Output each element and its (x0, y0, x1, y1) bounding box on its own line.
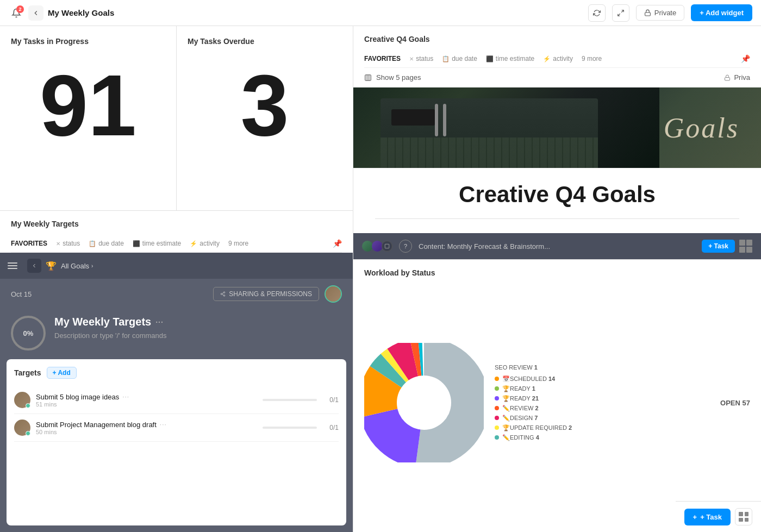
target-options-1[interactable]: ··· (122, 393, 129, 400)
q4-filter-due-date[interactable]: 📋due date (442, 55, 477, 62)
sharing-permissions-button[interactable]: SHARING & PERMISSIONS (213, 287, 319, 301)
legend-row-design: ✏️DESIGN 7 (495, 415, 709, 422)
target-avatar-1 (14, 392, 30, 408)
target-avatar-2 (14, 420, 30, 436)
grid-dot-1 (739, 512, 743, 516)
legend-scheduled: 📅SCHEDULED 14 (502, 375, 555, 383)
legend-row-scheduled: 📅SCHEDULED 14 (495, 375, 709, 383)
goals-inner-panel: 🏆 All Goals › Oct 15 SHARING & PERMISSIO… (0, 253, 353, 532)
legend-ready21: 🏆READY 21 (502, 395, 539, 402)
refresh-button[interactable] (588, 4, 606, 22)
legend-dot-update (495, 425, 499, 430)
grid-view-button[interactable] (739, 240, 752, 253)
trophy-icon: 🏆 (46, 261, 57, 271)
goal-options-button[interactable]: ··· (155, 318, 164, 327)
add-target-button[interactable]: + Add (47, 367, 77, 379)
forecast-help-button[interactable]: ? (399, 240, 412, 253)
target-name-2: Submit Project Management blog draft ··· (36, 421, 257, 429)
goals-name: My Weekly Targets ··· (54, 316, 342, 328)
q4-filter-activity[interactable]: ⚡activity (543, 55, 573, 62)
chevron-right-icon: › (91, 263, 93, 269)
goals-back-button[interactable] (27, 259, 41, 273)
svg-line-7 (222, 293, 224, 294)
forecast-avatar-3 (382, 241, 392, 252)
filter-time-estimate[interactable]: ⬛time estimate (133, 240, 181, 247)
legend-design: ✏️DESIGN 7 (502, 415, 538, 422)
goals-menu-button[interactable] (8, 258, 23, 273)
pie-chart (364, 343, 484, 462)
private-button[interactable]: Private (636, 5, 684, 21)
q4-filter-nine-more[interactable]: 9 more (582, 55, 602, 62)
add-task-float-button[interactable]: + + Task (684, 509, 731, 525)
expand-button[interactable] (612, 4, 629, 22)
forecast-task-button[interactable]: + Task (702, 240, 735, 253)
q4-filter-pin[interactable]: 📌 (741, 54, 750, 63)
legend-update: 🏆UPDATE REQUIRED 2 (502, 424, 572, 431)
show-pages-label: Show 5 pages (376, 73, 421, 82)
progress-circle: 0% (11, 316, 46, 351)
filter-status[interactable]: ✕status (56, 240, 80, 247)
avatar-status-dot (26, 403, 30, 408)
tasks-progress-title: My Tasks in Progress (11, 37, 165, 46)
q4-filter-status[interactable]: ✕status (409, 55, 433, 62)
goals-progress-section: 0% My Weekly Targets ··· Description or … (0, 307, 353, 359)
add-widget-button[interactable]: + Add widget (691, 4, 752, 21)
targets-header: Targets + Add (14, 367, 339, 379)
forecast-avatar-1 (362, 241, 373, 252)
grid-dot-3 (739, 518, 743, 522)
legend-row-update: 🏆UPDATE REQUIRED 2 (495, 424, 709, 431)
filter-nine-more[interactable]: 9 more (228, 240, 248, 247)
show-pages-button[interactable]: Show 5 pages (364, 73, 421, 82)
q4-filter-time-estimate[interactable]: ⬛time estimate (486, 55, 534, 62)
open-label: OPEN 57 (720, 398, 750, 408)
filter-due-date[interactable]: 📋due date (89, 240, 124, 247)
legend-dot-ready1 (495, 386, 499, 391)
all-goals-link[interactable]: All Goals › (61, 262, 93, 270)
forecast-text: Content: Monthly Forecast & Brainstorm..… (419, 242, 695, 251)
show-pages-bar: Show 5 pages Priva (353, 68, 761, 87)
tasks-progress-count: 91 (11, 62, 165, 149)
target-time-1: 51 mins (36, 401, 257, 408)
grid-dot-2 (745, 512, 749, 516)
target-count-1: 0/1 (322, 396, 339, 404)
filter-favorites[interactable]: FAVORITES (11, 240, 47, 247)
notification-badge: 2 (16, 5, 24, 13)
legend-dot-design (495, 416, 499, 420)
top-header: 2 My Weekly Goals Private + Add widget (0, 0, 761, 26)
legend-row-editing: ✏️EDITING 4 (495, 434, 709, 441)
weekly-targets-header: My Weekly Targets FAVORITES ✕status 📋due… (0, 211, 353, 253)
q4-filter-bar: FAVORITES ✕status 📋due date ⬛time estima… (364, 50, 750, 68)
filter-activity[interactable]: ⚡activity (190, 240, 220, 247)
progress-percentage: 0% (23, 329, 34, 337)
legend-ready1: 🏆READY 1 (502, 385, 535, 392)
svg-rect-8 (365, 74, 371, 80)
goals-inner-header: 🏆 All Goals › (0, 253, 353, 279)
private-label: Private (654, 9, 676, 17)
forecast-avatar-2 (372, 241, 383, 252)
creative-q4-top: Creative Q4 Goals FAVORITES ✕status 📋due… (353, 26, 761, 260)
tasks-overdue-title: My Tasks Overdue (188, 37, 342, 46)
creative-q4-big-title: Creative Q4 Goals (375, 181, 739, 208)
filter-pin[interactable]: 📌 (333, 239, 342, 248)
back-button[interactable] (28, 5, 43, 21)
target-item: Submit 5 blog image ideas ··· 51 mins 0/… (14, 386, 339, 414)
header-right: Private + Add widget (588, 4, 752, 22)
legend-dot-review (495, 406, 499, 410)
open-count: OPEN 57 (720, 399, 750, 407)
forecast-actions: + Task (702, 240, 752, 253)
sharing-label: SHARING & PERMISSIONS (229, 290, 312, 298)
goals-info: My Weekly Targets ··· Description or typ… (54, 316, 342, 340)
svg-point-4 (221, 293, 223, 295)
target-options-2[interactable]: ··· (160, 421, 167, 428)
workload-legend: SEO REVIEW 1 📅SCHEDULED 14 🏆READY 1 (495, 364, 709, 441)
svg-rect-10 (385, 244, 389, 248)
q4-filter-favorites[interactable]: FAVORITES (364, 55, 401, 62)
top-widgets-row: My Tasks in Progress 91 My Tasks Overdue… (0, 26, 353, 211)
workload-title: Workload by Status (364, 268, 750, 277)
svg-line-0 (621, 10, 623, 12)
notification-button[interactable]: 2 (9, 5, 24, 21)
private-text: Priva (734, 73, 750, 82)
svg-point-3 (224, 292, 226, 293)
grid-layout-button[interactable] (735, 508, 752, 525)
legend-row-ready1: 🏆READY 1 (495, 385, 709, 392)
